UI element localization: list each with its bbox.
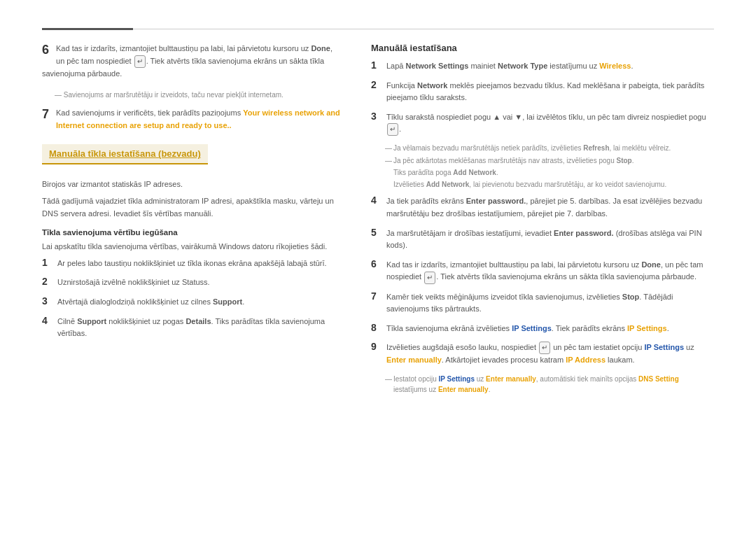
right-item-6-num: 6: [371, 258, 386, 269]
para1: Birojos var izmantot statiskās IP adrese…: [42, 178, 343, 191]
left-column: 6 Kad tas ir izdarīts, izmantojiet bultt…: [42, 43, 343, 513]
top-rule: [42, 28, 714, 30]
right-final-note: Iestatot opciju IP Settings uz Enter man…: [385, 374, 714, 395]
right-item-7: 7 Kamēr tiek veikts mēģinājums izveidot …: [371, 291, 714, 316]
sub-para: Lai apskatītu tīkla savienojuma vērtības…: [42, 241, 343, 253]
main-heading-container: Manuāla tīkla iestatīšana (bezvadu): [42, 144, 343, 171]
para2: Tādā gadījumā vajadziet tīkla administra…: [42, 195, 343, 220]
section-6-num: 6: [42, 43, 49, 58]
left-item-1-text: Ar peles labo taustiņu noklikšķiniet uz …: [57, 258, 343, 270]
right-item-3-note2: Ja pēc atkārtotas meklēšanas maršrutētāj…: [385, 155, 714, 166]
left-item-2-num: 2: [42, 276, 57, 287]
right-item-3-indent2: Izvēlieties Add Network, lai pievienotu …: [393, 179, 714, 190]
left-item-4-num: 4: [42, 315, 57, 326]
right-item-4-text: Ja tiek parādīts ekrāns Enter password.,…: [386, 195, 714, 220]
left-item-4: 4 Cilnē Support noklikšķiniet uz pogas D…: [42, 316, 343, 340]
right-item-4-num: 4: [371, 195, 386, 206]
left-item-2: 2 Uznirstošajā izvēlnē noklikšķiniet uz …: [42, 276, 343, 289]
right-item-5-num: 5: [371, 227, 386, 238]
section-6: 6 Kad tas ir izdarīts, izmantojiet bultt…: [42, 43, 343, 80]
right-item-7-num: 7: [371, 290, 386, 302]
right-item-8: 8 Tīkla savienojuma ekrānā izvēlieties I…: [371, 323, 714, 335]
section-7: 7 Kad savienojums ir verificēts, tiek pa…: [42, 107, 343, 132]
section-7-text: Kad savienojums ir verificēts, tiek parā…: [56, 108, 340, 129]
content-area: 6 Kad tas ir izdarīts, izmantojiet bultt…: [42, 43, 714, 513]
page: 6 Kad tas ir izdarīts, izmantojiet bultt…: [0, 0, 756, 534]
right-item-4: 4 Ja tiek parādīts ekrāns Enter password…: [371, 195, 714, 220]
right-item-9-text: Izvēlieties augšdajā esošo lauku, nospie…: [386, 342, 714, 367]
right-item-9-num: 9: [371, 341, 386, 352]
right-item-9: 9 Izvēlieties augšdajā esošo lauku, nosp…: [371, 342, 714, 367]
rule-dark: [42, 28, 133, 30]
right-item-2-num: 2: [371, 79, 386, 90]
right-item-3-indent1: Tiks parādīta poga Add Network.: [393, 167, 714, 178]
right-item-1: 1 Lapā Network Settings mainiet Network …: [371, 60, 714, 73]
rule-light: [133, 29, 714, 29]
right-item-2-text: Funkcija Network meklēs pieejamos bezvad…: [386, 80, 714, 104]
right-item-3-text: Tīklu sarakstā nospiediet pogu ▲ vai ▼, …: [386, 111, 714, 136]
left-item-3: 3 Atvērtajā dialoglodziņā noklikšķiniet …: [42, 296, 343, 309]
sub-heading: Tīkla savienojuma vērtību iegūšana: [42, 228, 343, 237]
right-heading: Manuālā iestatīšana: [371, 43, 714, 53]
right-item-3: 3 Tīklu sarakstā nospiediet pogu ▲ vai ▼…: [371, 111, 714, 136]
right-item-7-text: Kamēr tiek veikts mēģinājums izveidot tī…: [386, 291, 714, 316]
right-item-5-text: Ja maršrutētājam ir drošības iestatījumi…: [386, 227, 714, 252]
left-item-3-text: Atvērtajā dialoglodziņā noklikšķiniet uz…: [57, 296, 343, 309]
left-item-3-num: 3: [42, 295, 57, 307]
right-item-3-num: 3: [371, 111, 386, 122]
right-item-3-note1: Ja vēlamais bezvadu maršrutētājs netiek …: [385, 143, 714, 153]
left-item-1-num: 1: [42, 257, 57, 268]
right-item-1-text: Lapā Network Settings mainiet Network Ty…: [386, 60, 714, 73]
right-item-2: 2 Funkcija Network meklēs pieejamos bezv…: [371, 80, 714, 104]
right-item-8-num: 8: [371, 322, 386, 333]
right-item-5: 5 Ja maršrutētājam ir drošības iestatīju…: [371, 227, 714, 252]
right-column: Manuālā iestatīšana 1 Lapā Network Setti…: [371, 43, 714, 513]
section-6-note: Savienojums ar maršrutētāju ir izveidots…: [55, 90, 343, 100]
right-item-3-notes: Ja vēlamais bezvadu maršrutētājs netiek …: [371, 143, 714, 190]
left-item-1: 1 Ar peles labo taustiņu noklikšķiniet u…: [42, 258, 343, 270]
left-item-2-text: Uznirstošajā izvēlnē noklikšķiniet uz St…: [57, 276, 343, 289]
main-heading-box: Manuāla tīkla iestatīšana (bezvadu): [42, 144, 208, 164]
right-item-8-text: Tīkla savienojuma ekrānā izvēlieties IP …: [386, 323, 714, 335]
section-7-num: 7: [42, 107, 49, 122]
section-6-text: Kad tas ir izdarīts, izmantojiet bulttau…: [42, 44, 332, 78]
right-item-6-text: Kad tas ir izdarīts, izmantojiet bulttau…: [386, 259, 714, 284]
right-item-6: 6 Kad tas ir izdarīts, izmantojiet bultt…: [371, 259, 714, 284]
right-item-1-num: 1: [371, 59, 386, 71]
left-item-4-text: Cilnē Support noklikšķiniet uz pogas Det…: [57, 316, 343, 340]
main-heading-text: Manuāla tīkla iestatīšana (bezvadu): [49, 148, 201, 159]
right-item-9-note: Iestatot opciju IP Settings uz Enter man…: [371, 374, 714, 395]
